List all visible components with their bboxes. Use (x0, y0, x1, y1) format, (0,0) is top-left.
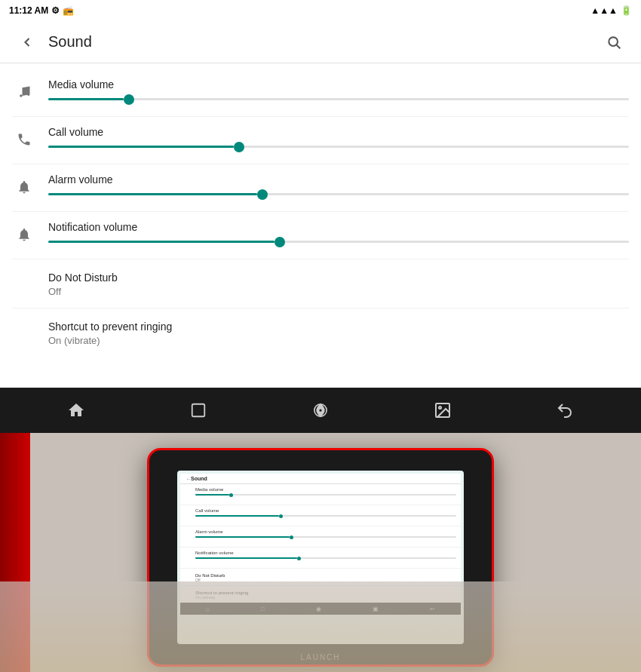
alarm-slider-thumb (257, 189, 268, 200)
tablet-alarm-track (195, 536, 456, 538)
page-title: Sound (48, 33, 599, 51)
tablet-notification-row: Notification volume (180, 548, 461, 569)
do-not-disturb-item[interactable]: Do Not Disturb Off (0, 259, 641, 308)
svg-point-6 (439, 407, 441, 409)
svg-line-1 (617, 44, 621, 48)
music-icon (12, 80, 36, 104)
home-button[interactable] (54, 391, 99, 429)
svg-rect-2 (192, 404, 205, 417)
search-button[interactable] (599, 27, 629, 57)
tablet-media-row: Media volume (180, 484, 461, 505)
tablet-call-row: Call volume (180, 505, 461, 526)
alarm-volume-label: Alarm volume (48, 173, 629, 186)
notification-slider-fill (48, 241, 274, 243)
nav-bar (0, 388, 641, 433)
media-slider-thumb (124, 94, 134, 105)
call-volume-row: Call volume (0, 117, 641, 164)
photo-area: ← Sound Media volume Call volume Alar (0, 433, 641, 672)
status-right: ▲▲▲ 🔋 (590, 5, 632, 16)
notification-slider-track[interactable] (48, 241, 629, 243)
settings-content: Media volume Call volume (0, 63, 641, 388)
do-not-disturb-title: Do Not Disturb (48, 272, 629, 284)
status-left: 11:12 AM ⚙ 📻 (9, 5, 74, 16)
back-button[interactable] (12, 27, 42, 57)
notification-volume-label: Notification volume (48, 221, 629, 233)
shortcut-ringing-subtitle: On (vibrate) (48, 335, 629, 346)
gallery-button[interactable] (420, 391, 465, 429)
media-slider-track[interactable] (48, 98, 629, 100)
do-not-disturb-subtitle: Off (48, 286, 629, 297)
call-slider-fill (48, 146, 234, 148)
status-icons: ⚙ 📻 (51, 5, 73, 16)
status-bar: 11:12 AM ⚙ 📻 ▲▲▲ 🔋 (0, 0, 641, 21)
svg-point-0 (609, 37, 618, 46)
alarm-volume-row: Alarm volume (0, 164, 641, 211)
notification-volume-controls: Notification volume (48, 221, 629, 243)
tablet-notification-track (195, 557, 456, 559)
notification-slider-thumb (274, 237, 285, 247)
call-volume-controls: Call volume (48, 126, 629, 148)
app-header: Sound (0, 21, 641, 63)
custom-button[interactable] (298, 391, 343, 429)
bell-icon (12, 222, 36, 247)
media-volume-controls: Media volume (48, 78, 629, 100)
tablet-media-track (195, 494, 456, 496)
hand-area (0, 581, 641, 672)
tablet-header: ← Sound (180, 474, 461, 484)
shortcut-ringing-title: Shortcut to prevent ringing (48, 321, 629, 333)
wifi-icon: ▲▲▲ (590, 5, 618, 16)
phone-icon (12, 127, 36, 152)
back-nav-button[interactable] (542, 391, 587, 429)
call-volume-label: Call volume (48, 126, 629, 138)
media-slider-fill (48, 98, 124, 100)
alarm-icon (12, 175, 36, 199)
alarm-volume-controls: Alarm volume (48, 173, 629, 195)
call-slider-thumb (234, 142, 244, 152)
tablet-alarm-row: Alarm volume (180, 526, 461, 548)
tablet-call-track (195, 515, 456, 517)
shortcut-ringing-item[interactable]: Shortcut to prevent ringing On (vibrate) (0, 308, 641, 357)
time-display: 11:12 AM (9, 5, 48, 16)
media-volume-label: Media volume (48, 78, 629, 91)
alarm-slider-track[interactable] (48, 193, 629, 195)
svg-point-4 (319, 409, 323, 413)
call-slider-track[interactable] (48, 146, 629, 148)
battery-icon: 🔋 (621, 5, 632, 16)
media-volume-row: Media volume (0, 69, 641, 116)
alarm-slider-fill (48, 193, 257, 195)
notification-volume-row: Notification volume (0, 212, 641, 259)
recents-button[interactable] (176, 391, 221, 429)
